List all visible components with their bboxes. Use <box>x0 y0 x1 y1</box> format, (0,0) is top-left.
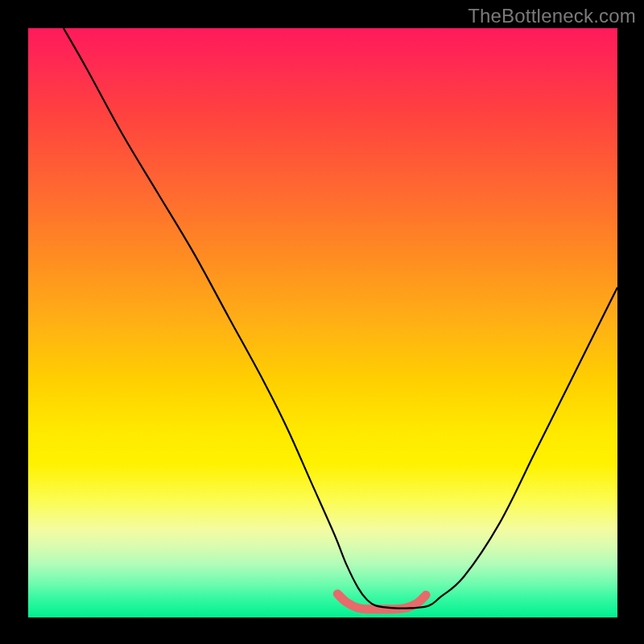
chart-overlay-svg <box>0 0 644 644</box>
chart-stage: TheBottleneck.com <box>0 0 644 644</box>
series-curve <box>64 28 617 609</box>
chart-series-group <box>64 28 617 609</box>
